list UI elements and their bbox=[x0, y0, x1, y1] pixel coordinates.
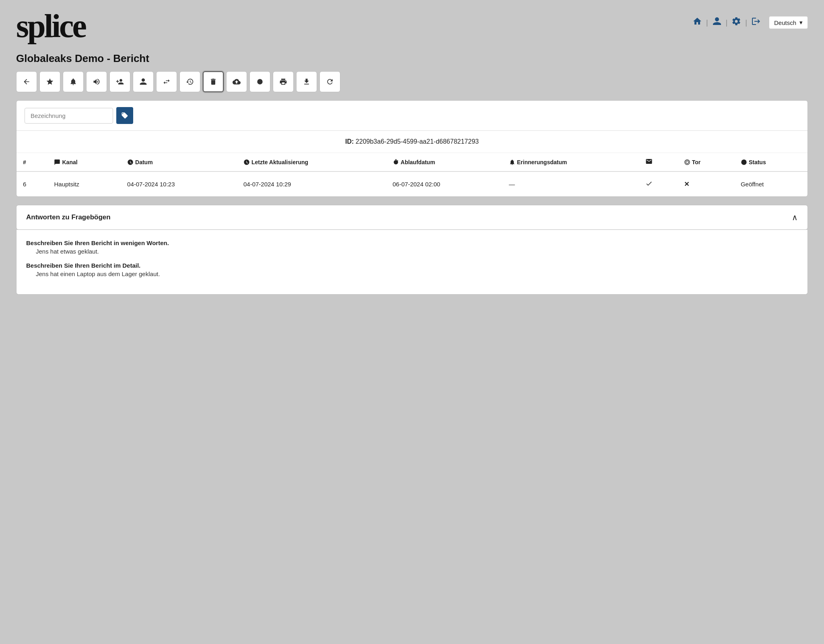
qa-question-2: Beschreiben Sie Ihren Bericht im Detail. bbox=[26, 262, 798, 269]
nav-separator-3: | bbox=[745, 19, 747, 27]
trash-button[interactable] bbox=[203, 71, 224, 92]
nav-separator-2: | bbox=[726, 19, 728, 27]
cell-ablaufdatum: 06-07-2024 02:00 bbox=[386, 171, 503, 196]
collapse-icon: ∧ bbox=[792, 213, 798, 222]
user-button[interactable] bbox=[133, 71, 154, 92]
user-icon[interactable] bbox=[712, 17, 722, 29]
qa-question-1: Beschreiben Sie Ihren Bericht in wenigen… bbox=[26, 239, 798, 246]
id-value: 2209b3a6-29d5-4599-aa21-d68678217293 bbox=[356, 138, 479, 145]
cell-letzte-aktualisierung: 04-07-2024 10:29 bbox=[237, 171, 386, 196]
download-button[interactable] bbox=[296, 71, 317, 92]
transfer-button[interactable] bbox=[156, 71, 177, 92]
cell-email bbox=[639, 171, 678, 196]
speaker-button[interactable] bbox=[86, 71, 107, 92]
svg-point-1 bbox=[741, 159, 746, 165]
logo: splice bbox=[16, 10, 85, 43]
questionnaire-section-content: Beschreiben Sie Ihren Bericht in wenigen… bbox=[16, 230, 808, 295]
main-content: ID: 2209b3a6-29d5-4599-aa21-d68678217293… bbox=[16, 100, 808, 197]
toolbar bbox=[0, 71, 824, 100]
cell-datum: 04-07-2024 10:23 bbox=[121, 171, 237, 196]
qa-item-1: Beschreiben Sie Ihren Bericht in wenigen… bbox=[26, 239, 798, 255]
col-header-datum: Datum bbox=[121, 153, 237, 171]
bezeichnung-input[interactable] bbox=[25, 108, 113, 124]
qa-answer-1: Jens hat etwas geklaut. bbox=[26, 248, 798, 255]
label-tag-button[interactable] bbox=[116, 107, 133, 124]
back-button[interactable] bbox=[16, 71, 37, 92]
home-icon[interactable] bbox=[692, 17, 702, 29]
qa-item-2: Beschreiben Sie Ihren Bericht im Detail.… bbox=[26, 262, 798, 277]
star-button[interactable] bbox=[39, 71, 60, 92]
history-button[interactable] bbox=[179, 71, 200, 92]
cell-tor: ✕ bbox=[678, 171, 734, 196]
refresh-button[interactable] bbox=[319, 71, 340, 92]
cell-kanal: Hauptsitz bbox=[47, 171, 121, 196]
report-table: # Kanal Datum Letzte Aktu bbox=[16, 153, 808, 196]
add-user-button[interactable] bbox=[109, 71, 130, 92]
col-header-erinnerungsdatum: Erinnerungsdatum bbox=[503, 153, 639, 171]
label-row bbox=[16, 101, 808, 131]
svg-point-0 bbox=[257, 79, 262, 84]
cell-status: Geöffnet bbox=[734, 171, 808, 196]
id-label: ID: bbox=[345, 138, 354, 145]
id-row: ID: 2209b3a6-29d5-4599-aa21-d68678217293 bbox=[16, 131, 808, 153]
col-header-status: Status bbox=[734, 153, 808, 171]
header: splice | | | Deutsch ▾ bbox=[0, 0, 824, 43]
col-header-letzte-aktualisierung: Letzte Aktualisierung bbox=[237, 153, 386, 171]
page-title: Globaleaks Demo - Bericht bbox=[0, 43, 824, 71]
print-button[interactable] bbox=[273, 71, 294, 92]
col-header-ablaufdatum: Ablaufdatum bbox=[386, 153, 503, 171]
qa-answer-2: Jens hat einen Laptop aus dem Lager gekl… bbox=[26, 270, 798, 277]
cloud-upload-button[interactable] bbox=[226, 71, 247, 92]
chevron-down-icon: ▾ bbox=[799, 19, 803, 26]
table-row: 6 Hauptsitz 04-07-2024 10:23 04-07-2024 … bbox=[16, 171, 808, 196]
nav-icons: | | | Deutsch ▾ bbox=[692, 10, 808, 29]
col-header-num: # bbox=[16, 153, 47, 171]
questionnaire-title: Antworten zu Fragebögen bbox=[26, 213, 111, 221]
logout-icon[interactable] bbox=[751, 17, 761, 29]
cell-num: 6 bbox=[16, 171, 47, 196]
settings-icon[interactable] bbox=[731, 17, 741, 29]
language-selector[interactable]: Deutsch ▾ bbox=[769, 16, 808, 29]
col-header-tor: Tor bbox=[678, 153, 734, 171]
language-selected: Deutsch bbox=[774, 19, 796, 26]
cell-erinnerungsdatum: — bbox=[503, 171, 639, 196]
col-header-kanal: Kanal bbox=[47, 153, 121, 171]
nav-separator-1: | bbox=[706, 19, 708, 27]
table-header-row: # Kanal Datum Letzte Aktu bbox=[16, 153, 808, 171]
col-header-email bbox=[639, 153, 678, 171]
record-button[interactable] bbox=[249, 71, 270, 92]
questionnaire-section-header[interactable]: Antworten zu Fragebögen ∧ bbox=[16, 205, 808, 230]
bell-button[interactable] bbox=[63, 71, 84, 92]
